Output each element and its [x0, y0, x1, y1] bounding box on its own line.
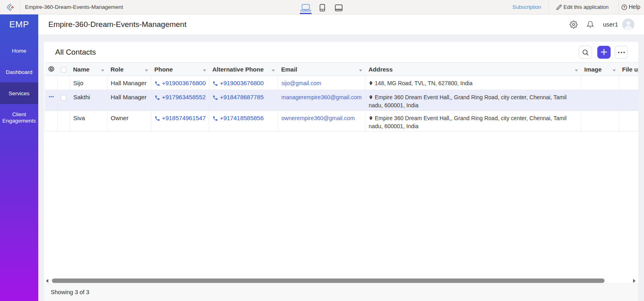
svg-text:?: ?	[623, 5, 625, 9]
